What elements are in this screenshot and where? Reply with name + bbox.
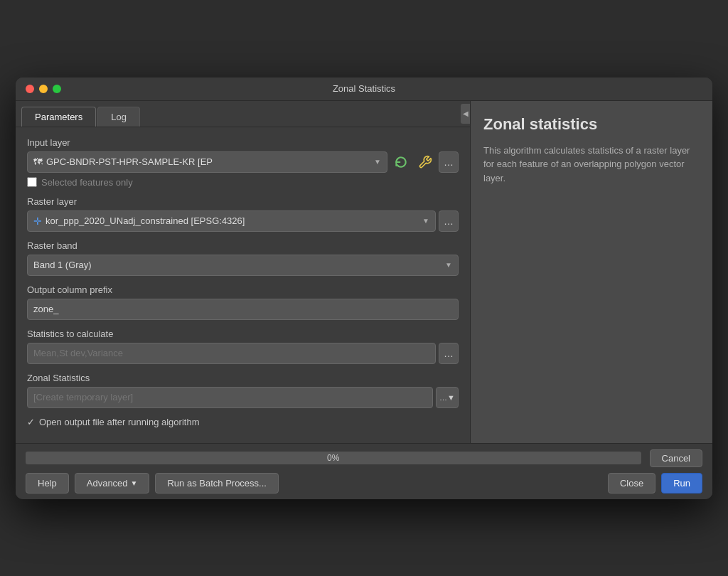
input-layer-more-button[interactable]: … [439,151,459,173]
window-title: Zonal Statistics [333,83,395,94]
open-output-label: Open output file after running algorithm [39,417,199,427]
run-batch-button[interactable]: Run as Batch Process... [155,473,278,494]
raster-band-value: Band 1 (Gray) [33,260,445,270]
selected-features-row: Selected features only [27,177,459,188]
zonal-stats-output-input[interactable] [27,387,433,408]
help-description: This algorithm calculates statistics of … [483,144,700,186]
progress-bar-container: 0% [26,452,641,464]
raster-band-label: Raster band [27,240,459,251]
statistics-group: Statistics to calculate … [27,329,459,364]
maximize-button[interactable] [53,85,61,93]
zonal-stats-output-more-button[interactable]: …▼ [436,387,459,408]
raster-layer-group: Raster layer ✛ kor_ppp_2020_UNadj_constr… [27,196,459,232]
raster-layer-more-button[interactable]: … [439,210,459,232]
input-layer-dropdown[interactable]: 🗺 GPC-BNDR-PST-HPR-SAMPLE-KR [EP ▼ [27,151,387,173]
input-layer-group: Input layer 🗺 GPC-BNDR-PST-HPR-SAMPLE-KR… [27,137,459,188]
raster-layer-label: Raster layer [27,196,459,207]
run-button[interactable]: Run [661,473,702,494]
raster-layer-arrow: ▼ [422,217,429,225]
raster-layer-dropdown[interactable]: ✛ kor_ppp_2020_UNadj_constrained [EPSG:4… [27,210,436,232]
dialog-window: Zonal Statistics Parameters Log ◀ Inpu [16,78,712,499]
selected-features-label: Selected features only [41,177,133,188]
open-output-row: ✓ Open output file after running algorit… [27,417,459,427]
tab-log[interactable]: Log [97,107,140,127]
advanced-button[interactable]: Advanced ▼ [75,473,150,494]
statistics-row: … [27,343,459,364]
raster-band-row: Band 1 (Gray) ▼ [27,255,459,276]
raster-layer-value: kor_ppp_2020_UNadj_constrained [EPSG:432… [46,215,245,226]
cancel-button[interactable]: Cancel [650,449,702,467]
open-output-checkmark: ✓ [27,417,35,427]
titlebar: Zonal Statistics [16,78,712,101]
output-column-prefix-input[interactable]: zone_ [27,299,459,320]
zonal-stats-output-group: Zonal Statistics …▼ [27,373,459,408]
raster-band-group: Raster band Band 1 (Gray) ▼ [27,240,459,276]
help-title: Zonal statistics [483,115,700,134]
progress-label: 0% [327,453,339,463]
zonal-stats-output-row: …▼ [27,387,459,408]
output-column-prefix-group: Output column prefix zone_ [27,284,459,320]
action-row: Help Advanced ▼ Run as Batch Process... … [26,473,702,494]
panel-collapse-button[interactable]: ◀ [461,104,470,124]
left-panel: Parameters Log ◀ Input layer [16,101,471,443]
form-content: Input layer 🗺 GPC-BNDR-PST-HPR-SAMPLE-KR… [16,127,470,443]
raster-layer-icon: ✛ [33,215,42,227]
zonal-stats-output-label: Zonal Statistics [27,373,459,383]
close-button[interactable]: Close [608,473,655,494]
input-layer-refresh-button[interactable] [390,151,412,173]
help-button[interactable]: Help [26,473,69,494]
tabs-row: Parameters Log ◀ [16,101,470,127]
tab-parameters[interactable]: Parameters [21,107,96,127]
input-layer-icon: 🗺 [33,156,43,167]
selected-features-checkbox[interactable] [27,177,37,187]
close-button[interactable] [26,85,34,93]
advanced-label: Advanced [87,478,128,489]
statistics-more-button[interactable]: … [439,343,459,364]
output-column-prefix-label: Output column prefix [27,284,459,295]
progress-row: 0% Cancel [26,449,702,467]
input-layer-row: 🗺 GPC-BNDR-PST-HPR-SAMPLE-KR [EP ▼ [27,151,459,173]
input-layer-label: Input layer [27,137,459,148]
raster-band-dropdown[interactable]: Band 1 (Gray) ▼ [27,255,459,276]
raster-band-arrow: ▼ [445,261,452,269]
traffic-lights [26,85,61,93]
statistics-input[interactable] [27,343,436,364]
input-layer-value: GPC-BNDR-PST-HPR-SAMPLE-KR [EP [46,156,213,167]
help-panel: Zonal statistics This algorithm calculat… [471,101,712,443]
input-layer-settings-button[interactable] [414,151,436,173]
minimize-button[interactable] [39,85,48,93]
bottom-bar: 0% Cancel Help Advanced ▼ Run as Batch P… [16,443,712,499]
main-content: Parameters Log ◀ Input layer [16,101,712,443]
raster-layer-row: ✛ kor_ppp_2020_UNadj_constrained [EPSG:4… [27,210,459,232]
input-layer-arrow: ▼ [374,158,381,166]
statistics-label: Statistics to calculate [27,329,459,339]
advanced-dropdown-arrow: ▼ [131,479,138,487]
